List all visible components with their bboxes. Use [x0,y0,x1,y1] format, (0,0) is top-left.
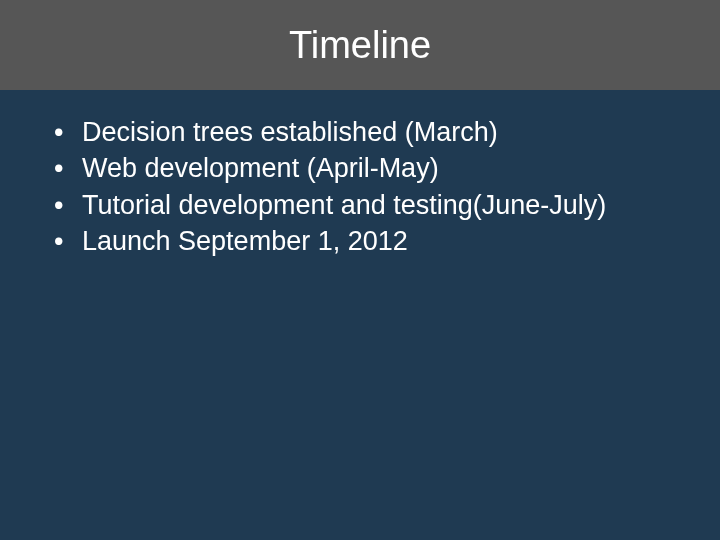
list-item: Web development (April-May) [50,150,670,186]
title-bar: Timeline [0,0,720,90]
list-item: Decision trees established (March) [50,114,670,150]
list-item: Tutorial development and testing(June-Ju… [50,187,670,223]
page-title: Timeline [289,24,431,67]
content-area: Decision trees established (March) Web d… [0,90,720,284]
bullet-list: Decision trees established (March) Web d… [50,114,670,260]
list-item: Launch September 1, 2012 [50,223,670,259]
